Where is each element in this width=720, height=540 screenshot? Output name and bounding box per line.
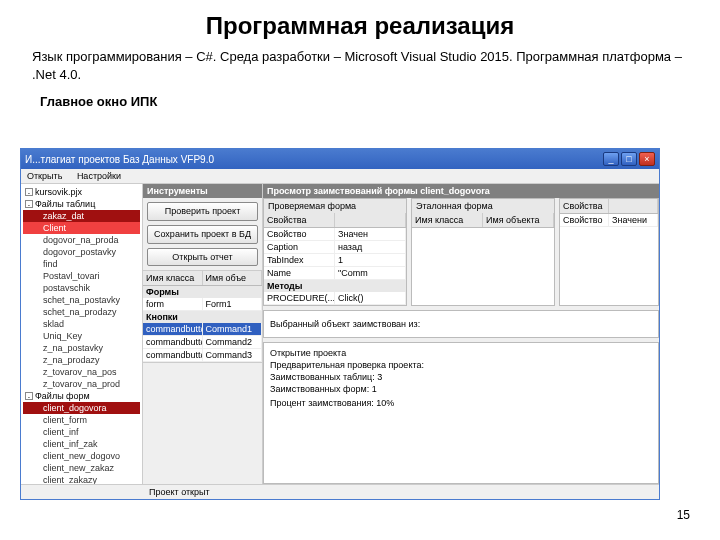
slide-description: Язык программирования – C#. Среда разраб… — [0, 44, 720, 86]
body-area: -kursovik.pjx-Файлы таблицzakaz_datClien… — [21, 184, 659, 484]
slide-title: Программная реализация — [0, 0, 720, 44]
main-header: Просмотр заимствований формы client_dogo… — [263, 184, 659, 198]
borrowed-info: Выбранный объект заимствован из: — [263, 310, 659, 338]
tree-item[interactable]: client_dogovora — [23, 402, 140, 414]
tree-item[interactable]: client_zakazy — [23, 474, 140, 484]
log-line: Заимствованных таблиц: 3 — [270, 371, 652, 383]
section-buttons: Кнопки — [143, 311, 262, 323]
menu-open[interactable]: Открыть — [27, 171, 62, 181]
tree-item[interactable]: find — [23, 258, 140, 270]
tree-item[interactable]: schet_na_postavky — [23, 294, 140, 306]
tree-item[interactable]: z_na_prodazy — [23, 354, 140, 366]
window-caption: Главное окно ИПК — [0, 86, 720, 109]
tree-item[interactable]: Postavl_tovari — [23, 270, 140, 282]
tree-item[interactable]: z_tovarov_na_prod — [23, 378, 140, 390]
log-line: Предварительная проверка проекта: — [270, 359, 652, 371]
grid-row[interactable]: commandbuttonCommand2 — [143, 336, 262, 349]
maximize-button[interactable]: □ — [621, 152, 637, 166]
tree-item[interactable]: -Файлы таблиц — [23, 198, 140, 210]
prop-row[interactable]: Captionназад — [264, 241, 406, 254]
etalon-form-pane: Эталонная форма Имя класса Имя объекта — [411, 198, 555, 306]
etalon-form-label: Эталонная форма — [412, 199, 554, 213]
tree-item[interactable]: zakaz_dat — [23, 210, 140, 222]
statusbar: Проект открыт — [21, 484, 659, 499]
tree-item[interactable]: dogovor_na_proda — [23, 234, 140, 246]
log-line: Открытие проекта — [270, 347, 652, 359]
status-text: Проект открыт — [149, 487, 210, 497]
checked-form-pane: Проверяемая форма Свойства СвойствоЗначе… — [263, 198, 407, 306]
menu-settings[interactable]: Настройки — [77, 171, 121, 181]
tree-item[interactable]: schet_na_prodazy — [23, 306, 140, 318]
tree-item[interactable]: client_inf_zak — [23, 438, 140, 450]
etalon-props-pane: Свойства Свойство Значени — [559, 198, 659, 306]
tree-item[interactable]: Uniq_Key — [23, 330, 140, 342]
forms-grid[interactable]: Имя класса Имя объе Формы formForm1 Кноп… — [143, 270, 262, 363]
window-title: И...тлагиат проектов Баз Данных VFP9.0 — [25, 154, 601, 165]
log-panel[interactable]: Открытие проектаПредварительная проверка… — [263, 342, 659, 484]
tools-column: Инструменты Проверить проект Сохранить п… — [143, 184, 263, 484]
app-window: И...тлагиат проектов Баз Данных VFP9.0 _… — [20, 148, 660, 500]
log-line: Заимствованных форм: 1 — [270, 383, 652, 395]
tree-item[interactable]: dogovor_postavky — [23, 246, 140, 258]
save-project-button[interactable]: Сохранить проект в БД — [147, 225, 258, 244]
grid-row[interactable]: commandbuttonCommand1 — [143, 323, 262, 336]
tree-item[interactable]: client_form — [23, 414, 140, 426]
project-tree[interactable]: -kursovik.pjx-Файлы таблицzakaz_datClien… — [21, 184, 143, 484]
menubar: Открыть Настройки — [21, 169, 659, 184]
tree-item[interactable]: client_new_zakaz — [23, 462, 140, 474]
grid-row[interactable]: commandbuttonCommand3 — [143, 349, 262, 362]
prop-row[interactable]: СвойствоЗначен — [264, 228, 406, 241]
tree-item[interactable]: -Файлы форм — [23, 390, 140, 402]
etalon-grid[interactable]: Имя класса Имя объекта — [412, 213, 554, 268]
tree-item[interactable]: client_new_dogovo — [23, 450, 140, 462]
checked-form-label: Проверяемая форма — [264, 199, 406, 213]
tree-item[interactable]: Client — [23, 222, 140, 234]
tree-item[interactable]: postavschik — [23, 282, 140, 294]
prop-row[interactable]: TabIndex1 — [264, 254, 406, 267]
tree-item[interactable]: sklad — [23, 318, 140, 330]
tools-header: Инструменты — [143, 184, 262, 198]
log-line: Процент заимствования: 10% — [270, 397, 652, 409]
checked-props-grid[interactable]: Свойства СвойствоЗначенCaptionназадTabIn… — [264, 213, 406, 305]
methods-label: Методы — [264, 280, 406, 292]
grid-row[interactable]: formForm1 — [143, 298, 262, 311]
section-forms: Формы — [143, 286, 262, 298]
open-report-button[interactable]: Открыть отчет — [147, 248, 258, 267]
col-object-name: Имя объе — [203, 271, 263, 285]
tree-item[interactable]: -kursovik.pjx — [23, 186, 140, 198]
page-number: 15 — [677, 508, 690, 522]
tree-item[interactable]: client_inf — [23, 426, 140, 438]
window-titlebar: И...тлагиат проектов Баз Данных VFP9.0 _… — [21, 149, 659, 169]
right-area: Просмотр заимствований формы client_dogo… — [263, 184, 659, 484]
close-button[interactable]: × — [639, 152, 655, 166]
tree-item[interactable]: z_na_postavky — [23, 342, 140, 354]
minimize-button[interactable]: _ — [603, 152, 619, 166]
prop-row[interactable]: Name"Comm — [264, 267, 406, 280]
check-project-button[interactable]: Проверить проект — [147, 202, 258, 221]
tree-item[interactable]: z_tovarov_na_pos — [23, 366, 140, 378]
col-class-name: Имя класса — [143, 271, 203, 285]
